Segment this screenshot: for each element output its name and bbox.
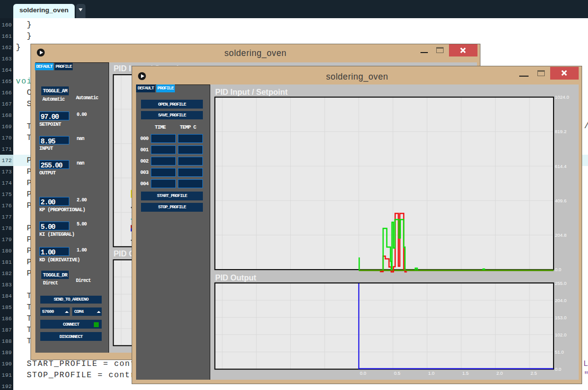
svg-text:255.0: 255.0 [555,280,566,285]
svg-text:2.5: 2.5 [530,370,536,376]
svg-text:409.6: 409.6 [555,198,566,203]
svg-text:614.4: 614.4 [555,163,566,168]
svg-text:153.0: 153.0 [555,315,566,320]
svg-text:1024.0: 1024.0 [555,94,569,100]
svg-text:0.0: 0.0 [555,366,561,372]
svg-text:51.0: 51.0 [555,349,564,355]
svg-text:0.0: 0.0 [360,370,366,376]
svg-text:PID Input / Setpoint: PID Input / Setpoint [215,88,288,96]
svg-text:204.0: 204.0 [555,298,566,303]
svg-text:0.5: 0.5 [393,370,400,376]
svg-text:204.8: 204.8 [555,232,566,238]
svg-text:PID Output: PID Output [215,274,256,282]
svg-text:1.5: 1.5 [462,370,468,376]
svg-text:0.0: 0.0 [555,267,561,272]
svg-text:102.0: 102.0 [555,332,566,337]
svg-text:819.2: 819.2 [555,129,566,134]
svg-text:1.0: 1.0 [428,370,434,376]
svg-text:2.0: 2.0 [496,370,503,376]
